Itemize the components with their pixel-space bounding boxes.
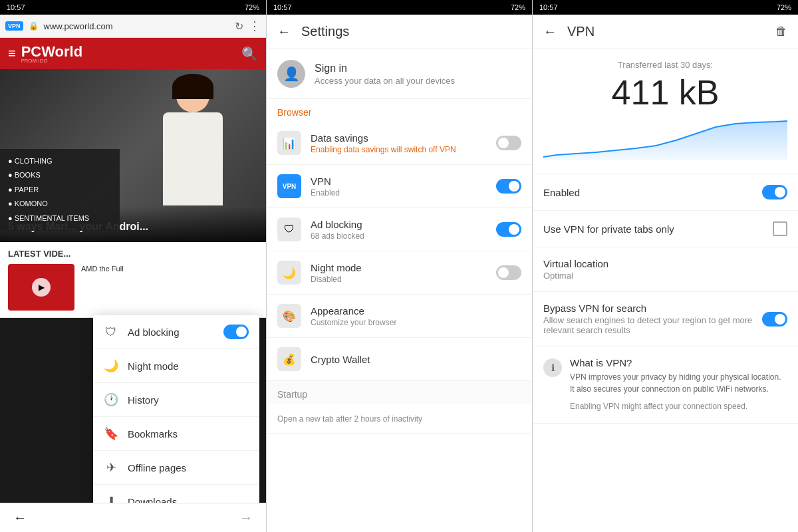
settings-item-vpn[interactable]: VPN VPN Enabled <box>267 165 532 208</box>
back-nav-button[interactable]: ← <box>13 510 27 525</box>
nightmode-label: Night mode <box>128 360 249 372</box>
browser-header: ≡ PCWorld FROM IDG 🔍 <box>0 38 266 69</box>
signin-row[interactable]: 👤 Sign in Access your data on all your d… <box>267 49 532 99</box>
nightmode-settings-icon: 🌙 <box>277 261 301 285</box>
battery-2: 72% <box>511 3 525 11</box>
hamburger-icon[interactable]: ≡ <box>8 46 16 61</box>
list-item-sentimental: ● SENTIMENTAL ITEMS <box>0 211 120 225</box>
crypto-icon: 💰 <box>277 347 301 371</box>
adblock-toggle[interactable] <box>223 325 249 339</box>
offline-label: Offline pages <box>128 462 249 473</box>
vpn-private-title: Use VPN for private tabs only <box>543 223 765 235</box>
popup-item-downloads[interactable]: ⬇ Downloads <box>93 485 259 503</box>
video-row: ▶ AMD the Full <box>8 264 258 311</box>
bookmarks-icon: 🔖 <box>104 426 118 441</box>
url-text[interactable]: www.pcworld.com <box>44 21 229 31</box>
transferred-value: 411 kB <box>543 72 787 112</box>
bookmarks-label: Bookmarks <box>128 428 249 440</box>
vpn-bypass-row[interactable]: Bypass VPN for search Allow search engin… <box>533 292 798 346</box>
nightmode-icon: 🌙 <box>104 358 118 373</box>
vpn-info-warning: Enabling VPN might affect your connectio… <box>570 400 787 412</box>
vpn-bypass-toggle[interactable] <box>762 312 787 327</box>
avatar: 👤 <box>277 60 305 88</box>
browser-content-area: ● CLOTHING ● BOOKS ● PAPER ● KOMONO ● SE… <box>0 69 266 503</box>
video-info: AMD the Full <box>81 264 258 311</box>
battery-1: 72% <box>245 3 259 11</box>
settings-item-appearance[interactable]: 🎨 Appearance Customize your browser <box>267 295 532 338</box>
vpn-panel: 10:57 72% ← VPN 🗑 Transferred last 30 da… <box>532 0 798 532</box>
person-body <box>163 112 223 205</box>
status-icons-2: 72% <box>511 3 525 11</box>
vpn-enabled-text: Enabled <box>543 187 754 198</box>
adblocking-toggle[interactable] <box>496 222 521 237</box>
vpn-bypass-sub: Allow search engines to detect your regi… <box>543 315 754 335</box>
list-overlay: ● CLOTHING ● BOOKS ● PAPER ● KOMONO ● SE… <box>0 149 120 231</box>
signin-title: Sign in <box>315 63 455 74</box>
adblock-icon: 🛡 <box>104 325 118 339</box>
settings-item-adblocking[interactable]: 🛡 Ad blocking 68 ads blocked <box>267 208 532 251</box>
settings-item-datasavings[interactable]: 📊 Data savings Enabling data savings wil… <box>267 122 532 165</box>
downloads-icon: ⬇ <box>104 494 118 503</box>
datasavings-text: Data savings Enabling data savings will … <box>311 132 487 154</box>
vpn-toggle[interactable] <box>496 179 521 194</box>
person-figure <box>153 79 233 225</box>
popup-item-offline[interactable]: ✈ Offline pages <box>93 451 259 485</box>
vpn-sub: Enabled <box>311 188 487 198</box>
play-button[interactable]: ▶ <box>32 278 51 297</box>
list-item-paper: ● PAPER <box>0 183 120 197</box>
settings-item-crypto[interactable]: 💰 Crypto Wallet <box>267 338 532 381</box>
video-thumbnail[interactable]: ▶ <box>8 264 74 311</box>
address-bar: VPN 🔒 www.pcworld.com ↻ ⋮ <box>0 15 266 38</box>
vpn-chart <box>543 120 787 160</box>
vpn-private-row[interactable]: Use VPN for private tabs only <box>533 211 798 247</box>
vpn-settings-list: Enabled Use VPN for private tabs only Vi… <box>533 174 798 532</box>
vpn-location-sub: Optimal <box>543 271 787 281</box>
adblocking-text: Ad blocking 68 ads blocked <box>311 219 487 241</box>
adblocking-icon: 🛡 <box>277 217 301 241</box>
vpn-page-title: VPN <box>567 24 775 39</box>
datasavings-toggle[interactable] <box>496 136 521 150</box>
vpn-location-title: Virtual location <box>543 258 787 269</box>
hero-image: ● CLOTHING ● BOOKS ● PAPER ● KOMONO ● SE… <box>0 69 266 242</box>
appearance-title: Appearance <box>311 305 521 317</box>
popup-item-bookmarks[interactable]: 🔖 Bookmarks <box>93 417 259 451</box>
popup-item-nightmode[interactable]: 🌙 Night mode <box>93 349 259 383</box>
person-head <box>176 79 209 112</box>
appearance-sub: Customize your browser <box>311 318 521 327</box>
settings-item-startup[interactable]: Open a new tab after 2 hours of inactivi… <box>267 404 532 434</box>
popup-item-history[interactable]: 🕐 History <box>93 383 259 417</box>
settings-item-nightmode[interactable]: 🌙 Night mode Disabled <box>267 251 532 295</box>
status-bar-1: 10:57 72% <box>0 0 266 15</box>
vpn-header: ← VPN 🗑 <box>533 15 798 49</box>
private-tabs-checkbox[interactable] <box>773 221 787 236</box>
vpn-info-box: ℹ What is VPN? VPN improves your privacy… <box>533 346 798 424</box>
search-icon[interactable]: 🔍 <box>241 46 258 62</box>
reload-button[interactable]: ↻ <box>235 20 243 33</box>
vpn-bypass-text: Bypass VPN for search Allow search engin… <box>543 303 754 335</box>
vpn-location-row[interactable]: Virtual location Optimal <box>533 247 798 292</box>
status-bar-3: 10:57 72% <box>533 0 798 15</box>
browser-nav: ← → <box>0 503 266 532</box>
vpn-title: VPN <box>311 176 487 187</box>
list-item-clothing: ● CLOTHING <box>0 154 120 168</box>
vpn-badge[interactable]: VPN <box>5 21 23 31</box>
status-icons-3: 72% <box>777 3 791 11</box>
vpn-info-title: What is VPN? <box>570 357 787 368</box>
person-hair <box>172 74 213 99</box>
vpn-text: VPN Enabled <box>311 176 487 198</box>
info-icon: ℹ <box>543 358 562 377</box>
latest-video-section: LATEST VIDE... ▶ AMD the Full <box>0 242 266 318</box>
vpn-info-body: VPN improves your privacy by hiding your… <box>570 371 787 395</box>
popup-item-adblocking[interactable]: 🛡 Ad blocking <box>93 315 259 349</box>
nightmode-sub: Disabled <box>311 275 487 284</box>
vpn-enabled-row[interactable]: Enabled <box>533 174 798 211</box>
nightmode-toggle[interactable] <box>496 265 521 280</box>
vpn-back-button[interactable]: ← <box>543 24 557 39</box>
vpn-enabled-title: Enabled <box>543 187 754 198</box>
settings-back-button[interactable]: ← <box>277 24 291 39</box>
vpn-bypass-title: Bypass VPN for search <box>543 303 754 314</box>
browser-menu-button[interactable]: ⋮ <box>249 19 261 33</box>
forward-nav-button[interactable]: → <box>239 510 253 525</box>
vpn-trash-button[interactable]: 🗑 <box>775 25 787 39</box>
vpn-enabled-toggle[interactable] <box>762 185 787 200</box>
